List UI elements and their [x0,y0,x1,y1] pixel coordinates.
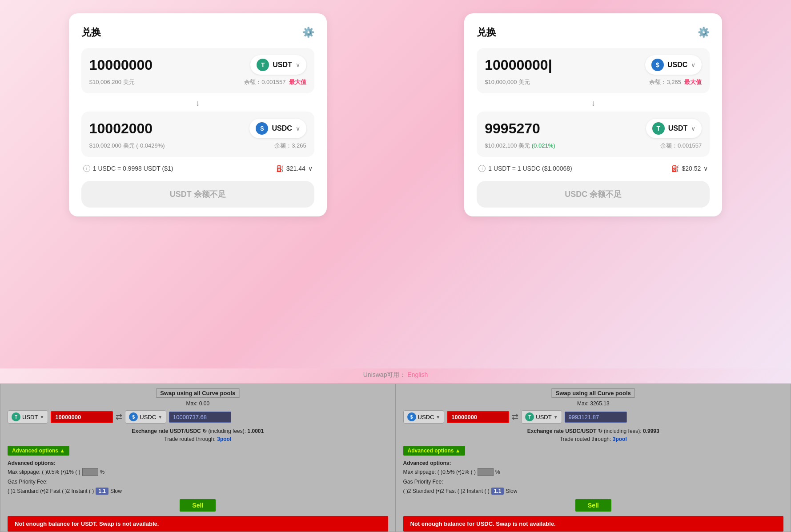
right-curve-max: Max: 3265.13 [403,400,784,407]
right-swap-arrow-row: ↓ [477,95,710,112]
left-curve-from-token: USDT [22,414,38,420]
right-to-chevron: ∨ [691,125,695,132]
right-sell-button[interactable]: Sell [575,499,611,512]
left-card-title: 兑换 [81,26,101,39]
right-slippage-unit: % [495,469,500,475]
right-from-balance-row: 余额：3,265 最大值 [649,78,702,86]
left-sell-button[interactable]: Sell [180,499,216,512]
left-gas-value-box: 1.1 [96,488,108,495]
left-to-token-selector[interactable]: $ USDC ∨ [249,119,306,138]
right-swap-card: 兑换 ⚙️ 10000000 $ USDC ∨ $10,000,000 美元 余… [464,13,722,216]
left-from-box: 10000000 T USDT ∨ $10,006,200 美元 余额：0.00… [81,48,314,93]
left-pool-link[interactable]: 3pool [217,436,231,442]
left-curve-to-token: USDC [140,414,156,420]
right-error-bar: Not enough balance for USDC. Swap is not… [403,516,784,532]
left-curve-swap-row: T USDT ▼ ⇄ $ USDC ▼ [8,410,388,424]
left-swap-arrow-icon[interactable]: ↓ [196,99,200,108]
right-advanced-btn[interactable]: Advanced options ▲ [403,446,465,456]
right-curve-panel: Swap using all Curve pools Max: 3265.13 … [396,384,791,532]
left-curve-from-amount[interactable] [51,411,113,423]
left-curve-swap-icon[interactable]: ⇄ [116,412,122,422]
left-to-token-icon: $ [256,122,268,135]
left-from-chevron: ∨ [296,61,300,68]
right-pool-link[interactable]: 3pool [613,436,627,442]
left-exchange-rate-value: 1.0001 [247,428,264,434]
left-from-token-icon: T [257,59,269,71]
right-from-input-row: 10000000 $ USDC ∨ [485,55,702,75]
right-card-header: 兑换 ⚙️ [477,26,710,39]
right-gas-slow: Slow [506,488,517,494]
left-from-max[interactable]: 最大值 [289,79,306,85]
right-swap-button[interactable]: USDC 余额不足 [477,181,710,208]
left-swap-button[interactable]: USDT 余额不足 [81,181,314,208]
right-from-token-selector[interactable]: $ USDC ∨ [645,55,702,75]
right-adv-label: Advanced options: [403,460,784,466]
right-gas-info[interactable]: ⛽ $20.52 ∨ [671,165,708,172]
left-from-balance-row: 余额：0.001557 最大值 [244,78,306,86]
left-gear-icon[interactable]: ⚙️ [302,27,314,38]
right-to-box: 9995270 T USDT ∨ $10,002,100 美元 (0.021%)… [477,112,710,157]
right-to-token-selector[interactable]: T USDT ∨ [646,119,702,138]
right-curve-to-arrow: ▼ [554,415,558,420]
left-gas-value: $21.44 [286,165,305,172]
right-from-balance: 余额：3,265 [649,79,681,85]
left-to-chevron: ∨ [296,125,300,132]
right-rate-info: i 1 USDT = 1 USDC ($1.00068) [478,165,572,172]
left-info-icon[interactable]: i [83,165,90,172]
left-from-token-name: USDT [273,61,292,69]
right-to-token-name: USDT [668,124,688,132]
right-exchange-rate-line: Exchange rate USDC/USDT ↻ (including fee… [403,428,784,434]
left-to-meta: $10,002,000 美元 (-0.0429%) 余额：3,265 [89,142,306,150]
right-gas-priority-row: ( )2 Standard (•)2 Fast ( )2 Instant ( )… [403,488,784,495]
left-rate-row: i 1 USDC = 0.9998 USDT ($1) ⛽ $21.44 ∨ [81,159,314,178]
right-to-meta: $10,002,100 美元 (0.021%) 余额：0.001557 [485,142,702,150]
right-rate-text: 1 USDT = 1 USDC ($1.00068) [488,165,572,172]
right-curve-to-icon: T [525,412,534,421]
left-slippage-input[interactable] [82,468,98,476]
right-gas-options: ( )2 Standard (•)2 Fast ( )2 Instant ( ) [403,488,490,494]
left-card-header: 兑换 ⚙️ [81,26,314,39]
left-advanced-btn[interactable]: Advanced options ▲ [8,446,69,456]
right-curve-from-amount[interactable] [447,411,509,423]
left-to-balance: 余额：3,265 [274,142,306,150]
right-curve-swap-icon[interactable]: ⇄ [512,412,518,422]
right-route-line: Trade routed through: 3pool [403,436,784,442]
uniswap-note: Uniswap可用： English [0,368,791,384]
left-exchange-rate-line: Exchange rate USDT/USDC ↻ (including fee… [8,428,388,434]
right-to-balance: 余额：0.001557 [660,142,702,150]
right-curve-to-selector[interactable]: T USDT ▼ [521,410,562,424]
right-curve-from-selector[interactable]: $ USDC ▼ [403,410,445,424]
left-to-box: 10002000 $ USDC ∨ $10,002,000 美元 (-0.042… [81,112,314,157]
right-gas-label: Gas Priority Fee: [403,479,443,485]
left-from-meta: $10,006,200 美元 余额：0.001557 最大值 [89,78,306,86]
left-from-token-selector[interactable]: T USDT ∨ [250,55,306,75]
right-from-box: 10000000 $ USDC ∨ $10,000,000 美元 余额：3,26… [477,48,710,93]
right-info-icon[interactable]: i [478,165,486,172]
left-curve-to-selector[interactable]: $ USDC ▼ [125,410,166,424]
left-rate-info: i 1 USDC = 0.9998 USDT ($1) [83,165,173,172]
right-swap-arrow-icon[interactable]: ↓ [591,99,595,108]
left-curve-to-amount[interactable] [169,412,231,423]
left-adv-options: Advanced options: Max slippage: ( )0.5% … [8,460,388,495]
left-refresh-icon[interactable]: ↻ [202,428,208,434]
right-card-title: 兑换 [477,26,496,39]
left-from-input-row: 10000000 T USDT ∨ [89,55,306,75]
uniswap-link[interactable]: English [407,371,428,378]
right-to-amount: 9995270 [485,120,540,137]
right-uniswap-panel: 兑换 ⚙️ 10000000 $ USDC ∨ $10,000,000 美元 余… [396,0,791,368]
left-curve-title: Swap using all Curve pools [156,388,239,398]
right-gear-icon[interactable]: ⚙️ [698,27,710,38]
left-curve-from-selector[interactable]: T USDT ▼ [8,410,48,424]
left-curve-max: Max: 0.00 [8,400,388,407]
left-to-amount: 10002000 [89,120,153,137]
right-rate-row: i 1 USDT = 1 USDC ($1.00068) ⛽ $20.52 ∨ [477,159,710,178]
right-refresh-icon[interactable]: ↻ [598,428,604,434]
right-slippage-input[interactable] [478,468,494,476]
right-curve-to-amount[interactable] [565,412,627,423]
left-route-line: Trade routed through: 3pool [8,436,388,442]
left-from-amount: 10000000 [89,57,153,73]
right-from-max[interactable]: 最大值 [684,79,702,85]
left-gas-info[interactable]: ⛽ $21.44 ∨ [276,165,313,172]
right-curve-title: Swap using all Curve pools [552,388,635,398]
left-curve-from-icon: T [12,412,20,421]
